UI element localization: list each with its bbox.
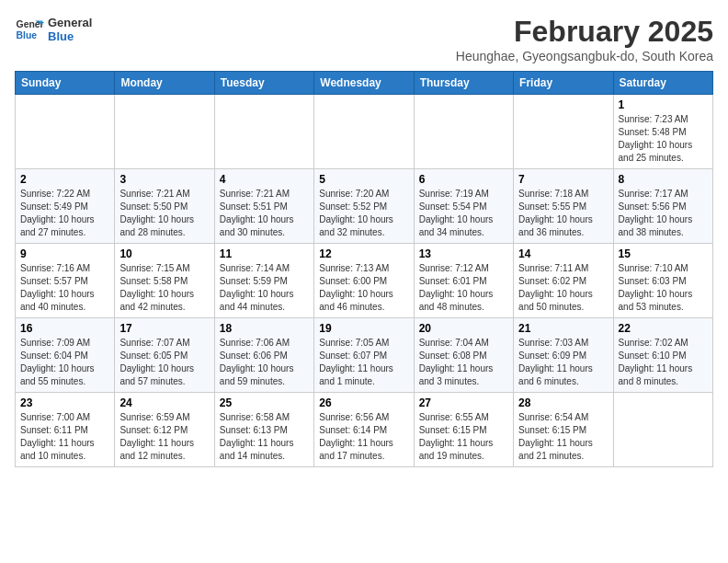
logo-icon: General Blue [15, 15, 44, 44]
day-info: Sunrise: 7:05 AM Sunset: 6:07 PM Dayligh… [319, 337, 408, 388]
calendar-cell: 9Sunrise: 7:16 AM Sunset: 5:57 PM Daylig… [16, 244, 115, 318]
day-number: 2 [20, 173, 109, 186]
calendar-cell: 12Sunrise: 7:13 AM Sunset: 6:00 PM Dayli… [314, 244, 414, 318]
calendar-table: SundayMondayTuesdayWednesdayThursdayFrid… [15, 71, 713, 467]
day-info: Sunrise: 7:21 AM Sunset: 5:50 PM Dayligh… [119, 188, 209, 239]
calendar-header-row: SundayMondayTuesdayWednesdayThursdayFrid… [16, 72, 713, 95]
day-number: 13 [419, 247, 508, 260]
day-info: Sunrise: 7:19 AM Sunset: 5:54 PM Dayligh… [419, 188, 508, 239]
day-info: Sunrise: 7:04 AM Sunset: 6:08 PM Dayligh… [419, 337, 508, 388]
day-info: Sunrise: 7:22 AM Sunset: 5:49 PM Dayligh… [20, 188, 109, 239]
col-header-friday: Friday [514, 72, 613, 95]
calendar-cell: 24Sunrise: 6:59 AM Sunset: 6:12 PM Dayli… [115, 393, 214, 467]
calendar-week-3: 9Sunrise: 7:16 AM Sunset: 5:57 PM Daylig… [16, 244, 713, 318]
day-info: Sunrise: 7:02 AM Sunset: 6:10 PM Dayligh… [619, 337, 708, 388]
day-info: Sunrise: 7:00 AM Sunset: 6:11 PM Dayligh… [20, 411, 109, 463]
calendar-cell: 16Sunrise: 7:09 AM Sunset: 6:04 PM Dayli… [16, 318, 115, 393]
day-info: Sunrise: 6:58 AM Sunset: 6:13 PM Dayligh… [220, 411, 309, 463]
svg-text:Blue: Blue [17, 30, 38, 40]
calendar-cell: 15Sunrise: 7:10 AM Sunset: 6:03 PM Dayli… [613, 244, 712, 318]
calendar-cell: 18Sunrise: 7:06 AM Sunset: 6:06 PM Dayli… [214, 318, 313, 393]
day-info: Sunrise: 7:14 AM Sunset: 5:59 PM Dayligh… [220, 262, 309, 314]
day-number: 20 [419, 322, 508, 335]
day-info: Sunrise: 7:16 AM Sunset: 5:57 PM Dayligh… [20, 262, 109, 314]
day-info: Sunrise: 7:10 AM Sunset: 6:03 PM Dayligh… [619, 262, 708, 314]
col-header-thursday: Thursday [414, 72, 513, 95]
day-number: 22 [619, 322, 708, 335]
calendar-cell [613, 393, 712, 467]
day-info: Sunrise: 7:15 AM Sunset: 5:58 PM Dayligh… [119, 262, 209, 314]
day-info: Sunrise: 7:07 AM Sunset: 6:05 PM Dayligh… [119, 337, 209, 388]
day-info: Sunrise: 6:55 AM Sunset: 6:15 PM Dayligh… [419, 411, 508, 463]
day-number: 4 [220, 173, 309, 186]
day-number: 9 [20, 247, 109, 260]
day-number: 23 [20, 396, 109, 409]
day-info: Sunrise: 7:03 AM Sunset: 6:09 PM Dayligh… [518, 337, 608, 388]
calendar-week-5: 23Sunrise: 7:00 AM Sunset: 6:11 PM Dayli… [16, 393, 713, 467]
logo-general: General [48, 16, 92, 29]
day-number: 11 [220, 247, 309, 260]
calendar-cell [214, 95, 313, 169]
calendar-cell: 17Sunrise: 7:07 AM Sunset: 6:05 PM Dayli… [115, 318, 214, 393]
day-info: Sunrise: 7:13 AM Sunset: 6:00 PM Dayligh… [319, 262, 408, 314]
day-number: 18 [220, 322, 309, 335]
calendar-cell: 3Sunrise: 7:21 AM Sunset: 5:50 PM Daylig… [115, 169, 214, 244]
calendar-cell: 26Sunrise: 6:56 AM Sunset: 6:14 PM Dayli… [314, 393, 414, 467]
calendar-cell: 28Sunrise: 6:54 AM Sunset: 6:15 PM Dayli… [514, 393, 613, 467]
day-number: 27 [419, 396, 508, 409]
calendar-cell: 19Sunrise: 7:05 AM Sunset: 6:07 PM Dayli… [314, 318, 414, 393]
month-title: February 2025 [456, 15, 713, 49]
day-number: 7 [518, 173, 608, 186]
col-header-monday: Monday [115, 72, 214, 95]
day-number: 19 [319, 322, 408, 335]
col-header-tuesday: Tuesday [214, 72, 313, 95]
day-number: 17 [119, 322, 209, 335]
day-info: Sunrise: 7:21 AM Sunset: 5:51 PM Dayligh… [220, 188, 309, 239]
calendar-cell [514, 95, 613, 169]
logo: General Blue General Blue [15, 15, 92, 44]
calendar-cell [414, 95, 513, 169]
day-number: 12 [319, 247, 408, 260]
day-info: Sunrise: 7:18 AM Sunset: 5:55 PM Dayligh… [518, 188, 608, 239]
calendar-cell: 14Sunrise: 7:11 AM Sunset: 6:02 PM Dayli… [514, 244, 613, 318]
day-info: Sunrise: 6:56 AM Sunset: 6:14 PM Dayligh… [319, 411, 408, 463]
day-info: Sunrise: 7:20 AM Sunset: 5:52 PM Dayligh… [319, 188, 408, 239]
calendar-cell: 2Sunrise: 7:22 AM Sunset: 5:49 PM Daylig… [16, 169, 115, 244]
calendar-cell: 21Sunrise: 7:03 AM Sunset: 6:09 PM Dayli… [514, 318, 613, 393]
logo-blue: Blue [48, 29, 92, 43]
day-number: 21 [518, 322, 608, 335]
day-info: Sunrise: 6:54 AM Sunset: 6:15 PM Dayligh… [518, 411, 608, 463]
calendar-cell: 27Sunrise: 6:55 AM Sunset: 6:15 PM Dayli… [414, 393, 513, 467]
calendar-cell: 4Sunrise: 7:21 AM Sunset: 5:51 PM Daylig… [214, 169, 313, 244]
day-number: 10 [119, 247, 209, 260]
calendar-cell: 20Sunrise: 7:04 AM Sunset: 6:08 PM Dayli… [414, 318, 513, 393]
day-number: 6 [419, 173, 508, 186]
calendar-cell: 6Sunrise: 7:19 AM Sunset: 5:54 PM Daylig… [414, 169, 513, 244]
calendar-cell: 8Sunrise: 7:17 AM Sunset: 5:56 PM Daylig… [613, 169, 712, 244]
day-number: 3 [119, 173, 209, 186]
col-header-wednesday: Wednesday [314, 72, 414, 95]
day-number: 14 [518, 247, 608, 260]
day-number: 24 [119, 396, 209, 409]
day-info: Sunrise: 7:09 AM Sunset: 6:04 PM Dayligh… [20, 337, 109, 388]
day-number: 26 [319, 396, 408, 409]
day-info: Sunrise: 7:06 AM Sunset: 6:06 PM Dayligh… [220, 337, 309, 388]
page-header: General Blue General Blue February 2025 … [15, 15, 713, 63]
calendar-week-4: 16Sunrise: 7:09 AM Sunset: 6:04 PM Dayli… [16, 318, 713, 393]
day-info: Sunrise: 7:23 AM Sunset: 5:48 PM Dayligh… [619, 113, 708, 165]
calendar-cell: 23Sunrise: 7:00 AM Sunset: 6:11 PM Dayli… [16, 393, 115, 467]
calendar-week-2: 2Sunrise: 7:22 AM Sunset: 5:49 PM Daylig… [16, 169, 713, 244]
calendar-week-1: 1Sunrise: 7:23 AM Sunset: 5:48 PM Daylig… [16, 95, 713, 169]
day-info: Sunrise: 7:11 AM Sunset: 6:02 PM Dayligh… [518, 262, 608, 314]
day-number: 25 [220, 396, 309, 409]
col-header-sunday: Sunday [16, 72, 115, 95]
col-header-saturday: Saturday [613, 72, 712, 95]
calendar-cell: 22Sunrise: 7:02 AM Sunset: 6:10 PM Dayli… [613, 318, 712, 393]
calendar-cell: 7Sunrise: 7:18 AM Sunset: 5:55 PM Daylig… [514, 169, 613, 244]
day-number: 5 [319, 173, 408, 186]
calendar-cell: 13Sunrise: 7:12 AM Sunset: 6:01 PM Dayli… [414, 244, 513, 318]
day-number: 16 [20, 322, 109, 335]
calendar-cell: 11Sunrise: 7:14 AM Sunset: 5:59 PM Dayli… [214, 244, 313, 318]
day-info: Sunrise: 7:12 AM Sunset: 6:01 PM Dayligh… [419, 262, 508, 314]
calendar-cell: 1Sunrise: 7:23 AM Sunset: 5:48 PM Daylig… [613, 95, 712, 169]
